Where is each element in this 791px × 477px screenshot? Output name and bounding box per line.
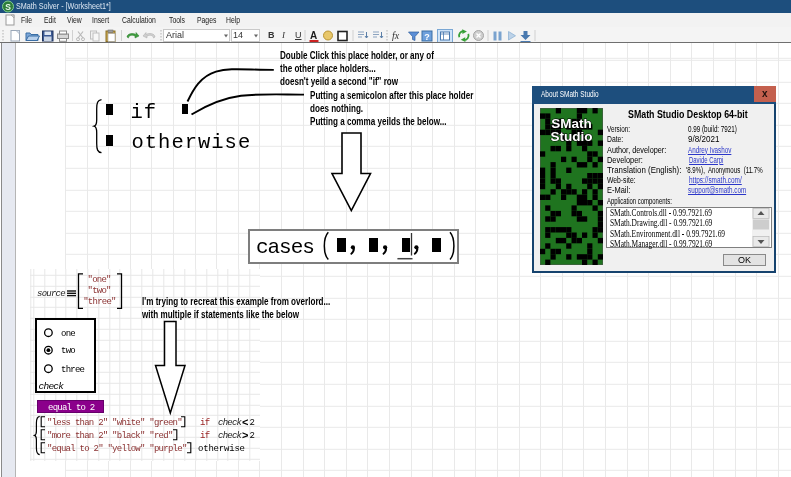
svg-text:Studio: Studio <box>551 129 593 144</box>
